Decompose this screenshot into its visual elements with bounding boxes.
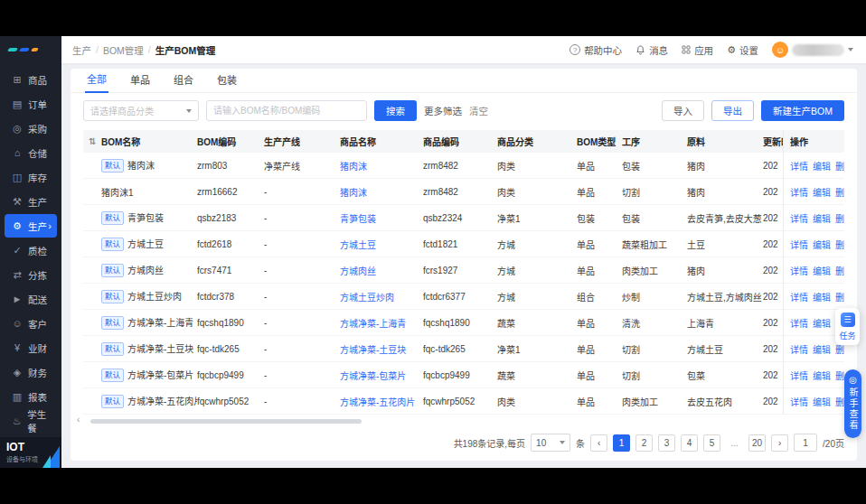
product-link[interactable]: 方城土豆 [340, 240, 376, 250]
sidebar-item-warehouse[interactable]: ⌂ 仓储 [0, 141, 61, 164]
export-button[interactable]: 导出 [711, 100, 754, 121]
detail-link[interactable]: 详情 [790, 159, 808, 173]
detail-link[interactable]: 详情 [790, 395, 808, 408]
next-page-button[interactable]: › [771, 434, 788, 452]
detail-link[interactable]: 详情 [790, 264, 808, 277]
brand-logo[interactable] [0, 36, 61, 63]
page-3[interactable]: 3 [658, 434, 675, 452]
table-row[interactable]: 默认猪肉沫1 zrm16662 - 猪肉沫 zrm8482 肉类 单品 切割 猪… [83, 179, 844, 205]
detail-link[interactable]: 详情 [790, 185, 808, 199]
clear-filters-link[interactable]: 清空 [469, 104, 488, 117]
table-row[interactable]: 默认猪肉沫 zrm803 净菜产线 猪肉沫 zrm8482 肉类 单品 包装 猪… [83, 153, 844, 179]
edit-link[interactable]: 编辑 [813, 369, 831, 382]
sidebar-item-student-meals[interactable]: ♨ 学生餐 [0, 409, 61, 433]
sidebar-item-finance[interactable]: ◈ 财务 [0, 360, 61, 384]
edit-link[interactable]: 编辑 [813, 290, 831, 303]
help-center-button[interactable]: ? 帮助中心 [569, 43, 622, 57]
product-link[interactable]: 方城净菜-上海青 [340, 319, 406, 329]
delete-link[interactable]: 删除 [835, 211, 844, 225]
delete-link[interactable]: 删除 [835, 185, 844, 199]
messages-button[interactable]: 消息 [635, 43, 668, 57]
tab-1[interactable]: 单品 [128, 72, 152, 92]
page-ellipsis[interactable]: ... [726, 434, 743, 452]
delete-link[interactable]: 删除 [835, 238, 844, 251]
sidebar-item-production[interactable]: ⚒ 生产 [0, 190, 61, 213]
edit-link[interactable]: 编辑 [813, 211, 831, 225]
sidebar-item-delivery[interactable]: ► 配送 [0, 287, 61, 311]
product-link[interactable]: 方城肉丝 [340, 266, 376, 276]
sidebar-item-customers[interactable]: ☺ 客户 [0, 312, 61, 335]
detail-link[interactable]: 详情 [790, 369, 808, 382]
sidebar-item-sorting[interactable]: ⇄ 分拣 [0, 263, 61, 286]
scrollbar-thumb[interactable] [90, 419, 362, 424]
sidebar-item-reports[interactable]: ▥ 报表 [0, 385, 61, 408]
user-menu[interactable]: ☺ [772, 42, 853, 58]
product-link[interactable]: 方城净菜-土豆块 [340, 345, 406, 355]
bom-search-input[interactable] [206, 100, 367, 121]
product-link[interactable]: 方城土豆炒肉 [340, 293, 394, 303]
prev-page-button[interactable]: ‹ [590, 434, 607, 452]
product-link[interactable]: 青笋包装 [340, 214, 376, 224]
product-link[interactable]: 方城净菜-包菜片 [340, 371, 406, 381]
edit-link[interactable]: 编辑 [813, 342, 831, 356]
task-float-button[interactable]: ☰ 任务 [835, 308, 860, 345]
page-4[interactable]: 4 [681, 434, 698, 452]
detail-link[interactable]: 详情 [790, 290, 808, 303]
product-link[interactable]: 方城净菜-五花肉片 [340, 397, 415, 407]
table-row[interactable]: 默认方城土豆 fctd2618 - 方城土豆 fctd1821 方城 单品 蔬菜… [83, 231, 844, 257]
sidebar-item-procurement[interactable]: ◎ 采购 [0, 117, 61, 140]
edit-link[interactable]: 编辑 [813, 238, 831, 251]
table-row[interactable]: 默认方城肉丝 fcrs7471 - 方城肉丝 fcrs1927 方城 单品 肉类… [83, 257, 844, 284]
edit-link[interactable]: 编辑 [813, 159, 831, 173]
page-20[interactable]: 20 [748, 434, 766, 452]
sidebar-item-quality[interactable]: ✓ 质检 [0, 238, 61, 262]
delete-link[interactable]: 删除 [835, 159, 844, 173]
import-button[interactable]: 导入 [662, 100, 704, 121]
tab-3[interactable]: 包装 [215, 72, 239, 92]
breadcrumb-bom-management[interactable]: BOM管理 [103, 43, 144, 57]
edit-link[interactable]: 编辑 [813, 264, 831, 277]
scroll-left-icon[interactable]: ‹ [77, 415, 80, 425]
page-1[interactable]: 1 [613, 434, 630, 452]
edit-link[interactable]: 编辑 [813, 185, 831, 199]
detail-link[interactable]: 详情 [790, 238, 808, 251]
delete-link[interactable]: 删除 [835, 290, 844, 303]
edit-link[interactable]: 编辑 [813, 395, 831, 408]
product-link[interactable]: 猪肉沫 [340, 162, 367, 172]
tab-0[interactable]: 全部 [85, 71, 108, 93]
tab-2[interactable]: 组合 [172, 72, 195, 92]
sidebar-item-production-bom[interactable]: ⚙ 生产 [5, 214, 57, 238]
delete-link[interactable]: 删除 [835, 369, 844, 382]
edit-link[interactable]: 编辑 [813, 316, 831, 330]
page-size-select[interactable]: 10 [531, 434, 570, 452]
search-button[interactable]: 搜索 [374, 100, 417, 121]
delete-link[interactable]: 删除 [835, 395, 844, 408]
sidebar-item-inventory[interactable]: ◫ 库存 [0, 165, 61, 189]
table-row[interactable]: 默认方城土豆炒肉 fctdcr378 - 方城土豆炒肉 fctdcr6377 方… [83, 284, 844, 310]
sidebar-item-products[interactable]: ⊞ 商品 [0, 68, 61, 91]
detail-link[interactable]: 详情 [790, 211, 808, 225]
table-row[interactable]: 默认方城净菜-上海青 fqcshq1890 - 方城净菜-上海青 fqcshq1… [83, 310, 844, 336]
sidebar-item-business-finance[interactable]: ¥ 业财 [0, 336, 61, 359]
product-link[interactable]: 猪肉沫 [340, 188, 367, 198]
apps-button[interactable]: 应用 [682, 43, 713, 57]
breadcrumb-production[interactable]: 生产 [72, 43, 91, 57]
table-row[interactable]: 默认方城净菜-五花肉片 fqcwhrp5052 - 方城净菜-五花肉片 fqcw… [83, 388, 844, 415]
detail-link[interactable]: 详情 [790, 342, 808, 356]
page-2[interactable]: 2 [635, 434, 653, 452]
sort-filter-icon[interactable]: ⇅ [83, 136, 101, 146]
category-select[interactable]: 请选择商品分类 [83, 100, 199, 121]
table-row[interactable]: 默认青笋包装 qsbz2183 - 青笋包装 qsbz2324 净菜1 包装 包… [83, 205, 844, 231]
create-bom-button[interactable]: 新建生产BOM [761, 100, 844, 121]
settings-button[interactable]: ⚙ 设置 [727, 43, 758, 57]
horizontal-scrollbar[interactable]: ‹ [83, 417, 844, 425]
page-5[interactable]: 5 [703, 434, 720, 452]
more-filters-link[interactable]: 更多筛选 [424, 104, 462, 117]
detail-link[interactable]: 详情 [790, 316, 808, 330]
table-row[interactable]: 默认方城净菜-土豆块 fqc-tdk265 - 方城净菜-土豆块 fqc-tdk… [83, 336, 844, 362]
beginner-guide-ribbon[interactable]: ◎ 新手查看 [844, 369, 861, 438]
delete-link[interactable]: 删除 [835, 264, 844, 277]
page-jump-input[interactable]: 1 [794, 434, 817, 452]
sidebar-item-orders[interactable]: ▤ 订单 [0, 92, 61, 116]
table-row[interactable]: 默认方城净菜-包菜片 fqcbcp9499 - 方城净菜-包菜片 fqcbcp9… [83, 362, 844, 388]
